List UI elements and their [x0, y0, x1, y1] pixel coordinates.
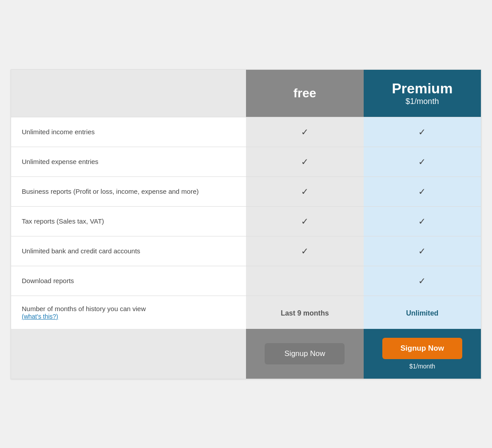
feature-row: Unlimited bank and credit card accounts✓…: [11, 236, 481, 266]
checkmark-icon: ✓: [418, 276, 426, 286]
free-check-cell: ✓: [246, 176, 364, 206]
premium-plan-name: Premium: [373, 80, 472, 97]
feature-row: Unlimited income entries✓✓: [11, 117, 481, 147]
checkmark-icon: ✓: [301, 246, 309, 256]
feature-name: Unlimited bank and credit card accounts: [11, 236, 246, 266]
checkmark-icon: ✓: [301, 216, 309, 226]
premium-check-cell: ✓: [364, 176, 481, 206]
checkmark-icon: ✓: [301, 187, 309, 196]
pricing-table: free Premium $1/month Unlimited income e…: [11, 69, 481, 379]
feature-name: Business reports (Profit or loss, income…: [11, 176, 246, 206]
free-check-cell: ✓: [246, 206, 364, 236]
history-premium-value: Unlimited: [364, 296, 481, 329]
feature-name: Tax reports (Sales tax, VAT): [11, 206, 246, 236]
free-plan-header: free: [246, 69, 364, 117]
premium-check-cell: ✓: [364, 147, 481, 176]
feature-header: [11, 69, 246, 117]
free-check-cell: ✓: [246, 147, 364, 176]
footer-feature-cell: [11, 329, 246, 379]
checkmark-icon: ✓: [418, 246, 426, 256]
premium-plan-price: $1/month: [373, 97, 472, 106]
checkmark-icon: ✓: [301, 157, 309, 167]
premium-signup-button[interactable]: Signup Now: [382, 338, 462, 359]
premium-check-cell: ✓: [364, 266, 481, 296]
feature-row: Tax reports (Sales tax, VAT)✓✓: [11, 206, 481, 236]
checkmark-icon: ✓: [418, 157, 426, 167]
premium-check-cell: ✓: [364, 117, 481, 147]
feature-name: Download reports: [11, 266, 246, 296]
feature-name: Unlimited expense entries: [11, 147, 246, 176]
footer-premium-cell: Signup Now $1/month: [364, 329, 481, 379]
premium-plan-header: Premium $1/month: [364, 69, 481, 117]
free-check-cell: ✓: [246, 117, 364, 147]
checkmark-icon: ✓: [418, 216, 426, 226]
free-check-cell: [246, 266, 364, 296]
checkmark-icon: ✓: [301, 127, 309, 137]
premium-check-cell: ✓: [364, 206, 481, 236]
checkmark-icon: ✓: [418, 187, 426, 196]
premium-footer-price: $1/month: [373, 363, 472, 370]
premium-check-cell: ✓: [364, 236, 481, 266]
checkmark-icon: ✓: [418, 127, 426, 137]
footer-free-cell: Signup Now: [246, 329, 364, 379]
free-signup-button[interactable]: Signup Now: [265, 343, 345, 364]
feature-row: Download reports✓: [11, 266, 481, 296]
history-row: Number of months of history you can view…: [11, 296, 481, 329]
feature-row: Business reports (Profit or loss, income…: [11, 176, 481, 206]
history-feature-label: Number of months of history you can view…: [11, 296, 246, 329]
feature-name: Unlimited income entries: [11, 117, 246, 147]
whats-this-link[interactable]: (what's this?): [22, 313, 58, 320]
history-free-value: Last 9 months: [246, 296, 364, 329]
free-plan-label: free: [294, 86, 316, 100]
free-check-cell: ✓: [246, 236, 364, 266]
feature-row: Unlimited expense entries✓✓: [11, 147, 481, 176]
